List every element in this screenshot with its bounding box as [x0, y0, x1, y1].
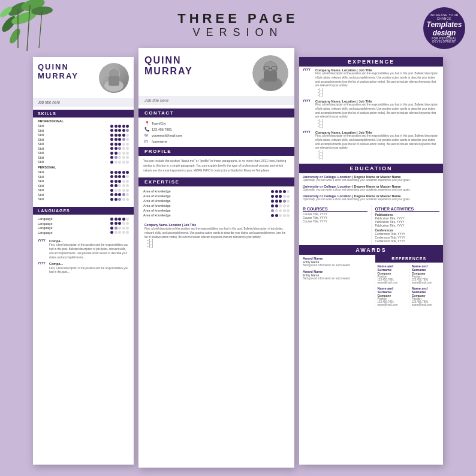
language-row: Language	[38, 217, 129, 221]
edu-entry: University or College. Location | Degree…	[303, 185, 439, 192]
header-title-top: THREE PAGE	[0, 11, 476, 26]
email-icon: ✉	[144, 133, 149, 138]
language-row: Language	[38, 231, 129, 234]
course-item: Course Title, YYYY	[303, 216, 367, 219]
skill-row: Skill	[38, 188, 129, 192]
expertise-row: Area of knowledge	[143, 194, 290, 198]
languages-header: LANGUAGES	[33, 207, 134, 215]
name-last-center: MURRAY	[144, 66, 248, 77]
skill-row: Skill	[38, 151, 129, 155]
contact-location: 📍 Town/City	[144, 121, 288, 126]
skill-row: Skill	[38, 142, 129, 146]
svg-rect-13	[109, 76, 119, 86]
edu-entry: University or College. Location | Degree…	[303, 175, 439, 183]
page-header: THREE PAGE VERSION	[0, 0, 476, 45]
expertise-row: Area of knowledge	[143, 204, 290, 207]
exp-entry: YYYY Company Name. Location | Job Title …	[303, 68, 439, 97]
edu-entry: University or College. Location | Degree…	[303, 194, 439, 202]
skill-row: Skill	[38, 133, 129, 137]
svg-point-5	[8, 27, 22, 45]
expertise-header: EXPERTISE	[138, 177, 294, 186]
awards-header: AWARDS	[299, 245, 443, 255]
profile-text: You can include the section "about me" o…	[138, 156, 294, 175]
name-first-left: QUINN	[38, 63, 99, 71]
avatar-left	[99, 63, 129, 93]
ref-entry: Name and Surname Company Position 123.45…	[409, 263, 443, 308]
contact-email: ✉ youremail@mail.com	[144, 133, 288, 138]
awards-content: Award Name Entity Name Background inform…	[299, 255, 443, 308]
expertise-row: Area of knowledge	[143, 213, 290, 217]
svg-line-8	[27, 5, 30, 51]
profile-header: PROFILE	[138, 147, 294, 156]
skill-row: Skill	[38, 160, 129, 164]
award-desc: Background information on each award.	[303, 264, 371, 267]
exp-entry: YYYY Company Name. Location | Job Title …	[303, 131, 439, 159]
skill-row: Skill	[38, 197, 129, 201]
expertise-row: Area of knowledge	[143, 209, 290, 212]
contact-phone: 📞 123.456.7891	[144, 127, 288, 132]
contact-header: CONTACT	[138, 109, 294, 118]
location-icon: 📍	[144, 121, 149, 126]
expertise-row: Area of knowledge	[143, 189, 290, 193]
language-row: Language	[38, 226, 129, 230]
avatar-center	[252, 55, 288, 91]
conference-item: Conference Title, YYYY	[375, 233, 440, 236]
publication-item: Publication Title, YYYY	[375, 217, 440, 220]
page-right: EXPERIENCE YYYY Company Name. Location |…	[299, 57, 443, 465]
page-center: QUINN MURRAY Job title here CONTAC	[138, 48, 294, 468]
publications-label: Publications	[375, 213, 440, 216]
skill-row: Skill	[38, 184, 129, 188]
courses-header: R COURSES	[303, 207, 367, 212]
skill-row: Skill	[38, 129, 129, 132]
publication-item: Publication Title, YYYY	[375, 221, 440, 224]
center-exp-desc: First, a brief description of the positi…	[144, 227, 288, 239]
job-title-center: Job title here	[138, 96, 294, 105]
contact-linkedin: in /username	[144, 139, 288, 143]
experience-header-right: EXPERIENCE	[299, 57, 443, 67]
course-item: Course Title, YYYY	[303, 213, 367, 216]
skill-row: Skill	[38, 179, 129, 183]
conferences-label: Conferences	[375, 228, 440, 232]
name-last-left: MURRAY	[38, 71, 99, 80]
skill-row: Skill	[38, 193, 129, 197]
conference-item: Conference Title, YYYY	[375, 240, 440, 243]
activities-header: OTHER ACTIVITIES	[375, 207, 440, 212]
left-exp-text: YYYY Compa... First, a brief description…	[38, 239, 129, 275]
skills-header-left: SKILLS	[33, 110, 134, 118]
education-header: EDUCATION	[299, 164, 443, 173]
conference-item: Conference Title, YYYY	[375, 236, 440, 239]
center-exp-company: Company Name. Location | Job Title	[144, 223, 288, 227]
logo: INCREASE YOUR CHANGE Templatesdesign FOR…	[423, 7, 465, 49]
phone-icon: 📞	[144, 127, 149, 132]
linkedin-icon: in	[144, 139, 149, 143]
course-item: Course Title, YYYY	[303, 220, 367, 223]
skill-row: Skill	[38, 124, 129, 128]
svg-rect-18	[264, 71, 277, 82]
personal-label: PERSONAL	[38, 165, 129, 169]
skill-row: Skill	[38, 175, 129, 179]
center-exp-bullet: • [...]	[144, 245, 288, 248]
job-title-left: Job title here	[33, 98, 134, 107]
svg-line-9	[39, 11, 42, 48]
name-first-center: QUINN	[144, 55, 248, 66]
skill-row: Skill	[38, 138, 129, 141]
language-row: Language	[38, 222, 129, 225]
award-desc: Background information on each award.	[303, 277, 371, 281]
exp-entry: YYYY Company Name. Location | Job Title …	[303, 100, 439, 128]
expertise-row: Area of knowledge	[143, 199, 290, 203]
ref-entry: Name and Surname Company Position 123.45…	[375, 263, 409, 308]
pages-container: QUINN MURRAY Job title here SKILLS PROFE…	[0, 45, 476, 468]
courses-activities-section: R COURSES Course Title, YYYY Course Titl…	[299, 205, 443, 245]
skill-row: Skill	[38, 156, 129, 159]
header-title-bottom: VERSION	[0, 26, 476, 39]
references-header: REFERENCES	[375, 255, 444, 263]
skill-row: Skill	[38, 147, 129, 150]
publication-item: Publication Title, YYYY	[375, 224, 440, 227]
skill-row: Skill	[38, 170, 129, 174]
professional-label: PROFESSIONAL	[38, 119, 129, 123]
page-left: QUINN MURRAY Job title here SKILLS PROFE…	[33, 57, 134, 465]
